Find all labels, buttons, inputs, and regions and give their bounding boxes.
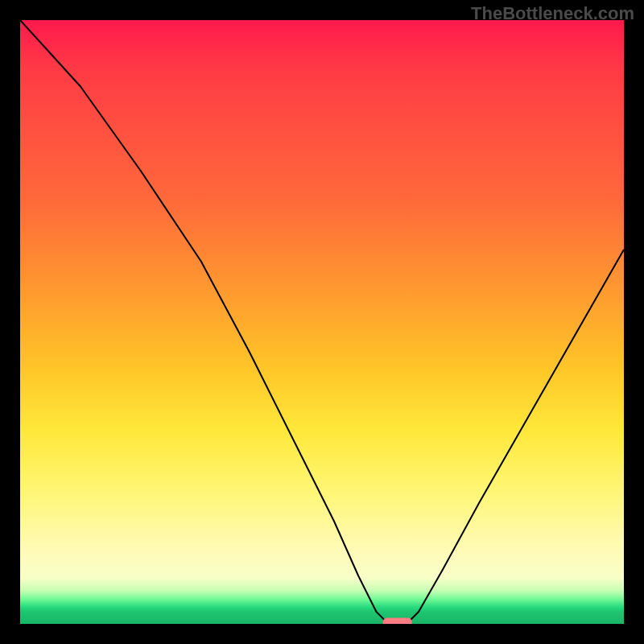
plot-area <box>20 20 624 624</box>
curve-layer <box>20 20 624 624</box>
bottleneck-curve-path <box>20 20 624 624</box>
watermark-text: TheBottleneck.com <box>471 3 634 24</box>
optimal-marker <box>383 618 412 625</box>
chart-container: TheBottleneck.com <box>0 0 644 644</box>
